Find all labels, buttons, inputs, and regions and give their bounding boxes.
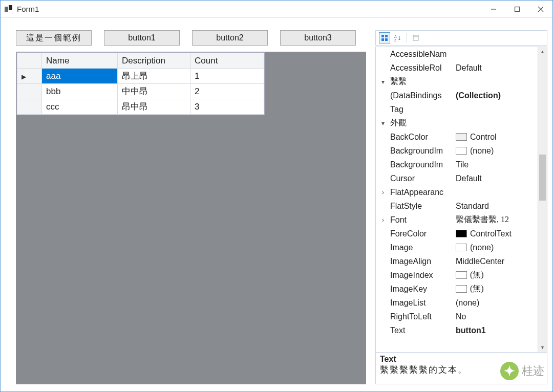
prop-value[interactable]: button1 [456, 326, 538, 335]
svg-text:A: A [394, 35, 397, 38]
color-swatch [456, 244, 467, 251]
cell-name[interactable]: ccc [42, 99, 118, 115]
propgrid-row[interactable]: Textbutton1 [376, 323, 538, 337]
close-button[interactable] [529, 1, 552, 17]
propgrid-category[interactable]: ▾外觀 [376, 116, 538, 130]
prop-name: RightToLeft [390, 312, 456, 321]
prop-value[interactable]: (none) [456, 243, 538, 252]
propgrid-row[interactable]: ›Font繫儀繫書繫, 12 [376, 213, 538, 227]
prop-value[interactable]: (無) [456, 284, 538, 294]
propgrid-row[interactable]: Image(none) [376, 241, 538, 254]
prop-value[interactable]: Default [456, 174, 538, 183]
toolbar-sep [407, 33, 407, 42]
prop-name: ImageKey [390, 285, 456, 294]
prop-name: Font [390, 215, 456, 225]
svg-rect-1 [515, 7, 520, 11]
table-row[interactable]: bbb中中昂2 [17, 84, 264, 99]
propgrid-row[interactable]: CursorDefault [376, 171, 538, 185]
prop-name: (DataBindings [390, 91, 456, 100]
table-row[interactable]: ▶aaa昂上昂1 [17, 69, 264, 84]
prop-value[interactable]: Default [456, 63, 538, 73]
propgrid-row[interactable]: BackgroundImTile [376, 158, 538, 171]
minimize-button[interactable] [482, 1, 505, 17]
color-swatch [456, 285, 467, 293]
propgrid-row[interactable]: ImageList(none) [376, 296, 538, 310]
propgrid-row[interactable]: ›FlatAppearanc [376, 185, 538, 199]
datagrid-container: Name Description Count ▶aaa昂上昂1bbb中中昂2cc… [16, 52, 366, 384]
prop-value[interactable]: (none) [456, 298, 538, 308]
desc-title: Text [380, 355, 543, 364]
svg-rect-7 [385, 38, 388, 41]
alphabetical-icon[interactable]: AZ [392, 32, 403, 43]
scroll-thumb[interactable] [539, 155, 546, 201]
prop-value[interactable]: No [456, 312, 538, 321]
prop-name: ImageAlign [390, 257, 456, 266]
left-pane: 這是一個範例 button1 button2 button3 Name Desc… [16, 30, 366, 384]
expand-icon[interactable]: › [376, 216, 390, 224]
propgrid-toolbar: AZ [375, 30, 547, 46]
expand-icon[interactable]: › [376, 189, 390, 196]
button-sample[interactable]: 這是一個範例 [16, 30, 92, 46]
prop-value[interactable]: ControlText [456, 229, 538, 238]
propgrid-row[interactable]: RightToLeftNo [376, 310, 538, 323]
cell-name[interactable]: aaa [42, 69, 118, 84]
scroll-up-icon[interactable]: ▲ [538, 47, 547, 56]
propgrid-row[interactable]: FlatStyleStandard [376, 199, 538, 213]
cell-desc[interactable]: 中中昂 [118, 84, 190, 99]
propgrid-scrollbar[interactable]: ▲ ▼ [538, 47, 547, 352]
table-row[interactable]: ccc昂中昂3 [17, 99, 264, 115]
propgrid-category[interactable]: ▾繫繫 [376, 75, 538, 89]
cell-name[interactable]: bbb [42, 84, 118, 99]
propgrid-row[interactable]: ForeColorControlText [376, 227, 538, 241]
propgrid-list[interactable]: AccessibleNamAccessibleRolDefault▾繫繫(Dat… [376, 47, 538, 352]
categorized-icon[interactable] [379, 32, 390, 43]
cell-count[interactable]: 3 [190, 99, 264, 115]
prop-name: 繫繫 [390, 76, 456, 87]
col-count[interactable]: Count [190, 53, 264, 69]
scroll-down-icon[interactable]: ▼ [538, 343, 547, 352]
col-name[interactable]: Name [42, 53, 118, 69]
prop-value[interactable]: MiddleCenter [456, 257, 538, 266]
expand-icon[interactable]: ▾ [376, 78, 390, 85]
property-pages-icon[interactable] [410, 32, 421, 43]
prop-value[interactable]: (Collection) [456, 91, 538, 100]
cell-desc[interactable]: 昂中昂 [118, 99, 190, 115]
prop-value[interactable]: 繫儀繫書繫, 12 [456, 214, 538, 225]
propgrid-row[interactable]: BackgroundIm(none) [376, 144, 538, 158]
maximize-button[interactable] [505, 1, 529, 17]
propgrid-row[interactable]: ImageKey(無) [376, 282, 538, 296]
propgrid-row[interactable]: AccessibleNam [376, 47, 538, 61]
propgrid-row[interactable]: BackColorControl [376, 130, 538, 144]
color-swatch [456, 147, 467, 155]
expand-icon[interactable]: ▾ [376, 120, 390, 127]
row-header[interactable] [17, 84, 42, 99]
propgrid-row[interactable]: AccessibleRolDefault [376, 61, 538, 75]
prop-name: AccessibleRol [390, 63, 456, 73]
propgrid-body: AccessibleNamAccessibleRolDefault▾繫繫(Dat… [375, 47, 547, 353]
row-header[interactable] [17, 99, 42, 115]
svg-rect-5 [385, 35, 388, 37]
button-2[interactable]: button2 [192, 30, 268, 46]
cell-count[interactable]: 1 [190, 69, 264, 84]
svg-rect-10 [413, 35, 418, 40]
prop-value[interactable]: Control [456, 133, 538, 142]
col-desc[interactable]: Description [118, 53, 190, 69]
prop-value[interactable]: (無) [456, 270, 538, 280]
propgrid-row[interactable]: (DataBindings(Collection) [376, 89, 538, 102]
propgrid-description: Text 繫繫繫繫繫的文本。 [375, 353, 547, 384]
cell-desc[interactable]: 昂上昂 [118, 69, 190, 84]
prop-name: Cursor [390, 174, 456, 183]
rowheader-corner[interactable] [17, 53, 42, 69]
prop-value[interactable]: (none) [456, 146, 538, 156]
propgrid-row[interactable]: Tag [376, 102, 538, 116]
button-1[interactable]: button1 [104, 30, 180, 46]
app-icon [5, 5, 13, 13]
datagrid[interactable]: Name Description Count ▶aaa昂上昂1bbb中中昂2cc… [16, 52, 265, 115]
button-3[interactable]: button3 [280, 30, 356, 46]
cell-count[interactable]: 2 [190, 84, 264, 99]
propgrid-row[interactable]: ImageAlignMiddleCenter [376, 254, 538, 268]
row-header[interactable]: ▶ [17, 69, 42, 84]
propgrid-row[interactable]: ImageIndex(無) [376, 268, 538, 282]
prop-value[interactable]: Standard [456, 202, 538, 211]
prop-value[interactable]: Tile [456, 160, 538, 169]
